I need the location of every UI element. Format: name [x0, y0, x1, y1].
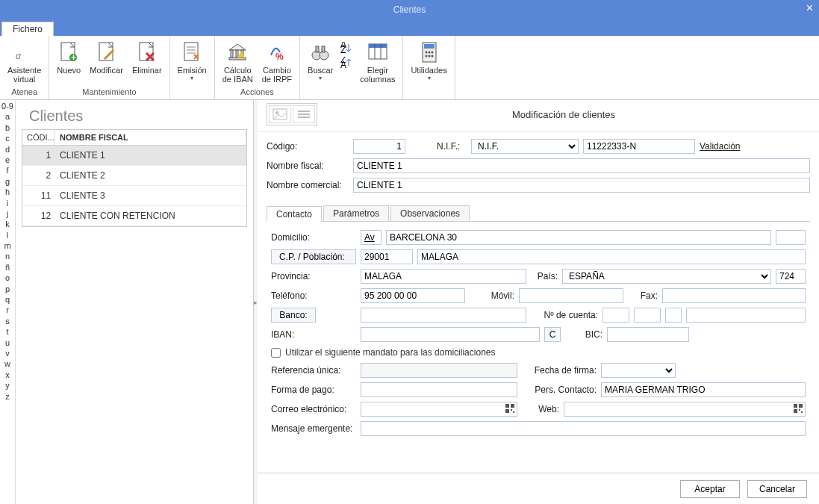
validacion-link[interactable]: Validación	[700, 141, 740, 152]
alpha-r[interactable]: r	[6, 305, 9, 316]
bic-input[interactable]	[607, 327, 689, 342]
alpha-z[interactable]: z	[5, 392, 10, 402]
fax-input[interactable]	[662, 288, 806, 303]
alpha-t[interactable]: t	[7, 327, 9, 337]
close-icon[interactable]: ×	[806, 1, 813, 15]
tab-fichero[interactable]: Fichero	[1, 22, 54, 36]
fecha-firma-select[interactable]	[601, 363, 676, 378]
banco-button[interactable]: Banco:	[271, 308, 316, 323]
tab-observaciones[interactable]: Observaciones	[390, 205, 470, 221]
pais-code-input[interactable]	[776, 269, 806, 284]
tab-contacto[interactable]: Contacto	[267, 206, 322, 222]
pers-contacto-input[interactable]	[601, 382, 806, 397]
nuevo-button[interactable]: + Nuevo	[52, 39, 85, 76]
svg-rect-54	[801, 411, 803, 413]
nif-input[interactable]	[583, 139, 695, 154]
cambio-irpf-button[interactable]: % Cambio de IRPF	[258, 39, 296, 85]
alpha-o[interactable]: o	[5, 273, 10, 284]
view-mode-toggle[interactable]	[267, 103, 317, 125]
alpha-q[interactable]: q	[5, 295, 10, 305]
svg-rect-52	[794, 409, 797, 413]
nombre-fiscal-input[interactable]	[353, 158, 810, 173]
table-row[interactable]: 11CLIENTE 3	[22, 186, 246, 206]
alpha-w[interactable]: w	[4, 359, 10, 370]
alpha-ñ[interactable]: ñ	[5, 263, 10, 273]
bank-icon	[225, 40, 249, 64]
alpha-0-9[interactable]: 0-9	[1, 102, 13, 112]
alpha-c[interactable]: c	[5, 134, 10, 144]
cuenta-1-input[interactable]	[602, 308, 629, 323]
domicilio-num-input[interactable]	[776, 230, 806, 245]
alpha-x[interactable]: x	[5, 370, 10, 381]
assistant-button[interactable]: α Asistente virtual	[3, 39, 46, 85]
buscar-button[interactable]: Buscar ▾	[303, 39, 337, 83]
eliminar-button[interactable]: Eliminar	[128, 39, 166, 76]
alpha-g[interactable]: g	[5, 177, 10, 187]
alpha-f[interactable]: f	[7, 166, 9, 176]
qr-icon[interactable]	[505, 404, 514, 413]
alpha-j[interactable]: j	[7, 209, 8, 220]
correo-input[interactable]	[361, 402, 517, 417]
tab-parametros[interactable]: Parámetros	[323, 205, 389, 221]
poblacion-input[interactable]	[417, 249, 806, 264]
svg-marker-13	[229, 44, 246, 50]
alpha-h[interactable]: h	[5, 187, 10, 198]
alpha-a[interactable]: a	[5, 112, 10, 122]
pais-select[interactable]: ESPAÑA	[562, 269, 771, 284]
cuenta-3-input[interactable]	[665, 308, 682, 323]
nif-type-select[interactable]: N.I.F.	[471, 139, 579, 154]
cp-input[interactable]	[361, 249, 413, 264]
cuenta-2-input[interactable]	[634, 308, 661, 323]
aceptar-button[interactable]: Aceptar	[680, 480, 740, 498]
table-row[interactable]: 1CLIENTE 1	[22, 146, 246, 166]
alpha-y[interactable]: y	[5, 381, 10, 391]
new-doc-icon: +	[57, 40, 81, 64]
alpha-b[interactable]: b	[5, 123, 10, 134]
sort-asc-button[interactable]: AZ	[339, 40, 354, 55]
telefono-input[interactable]	[361, 288, 465, 303]
cuenta-4-input[interactable]	[686, 308, 806, 323]
iban-input[interactable]	[361, 327, 540, 342]
nombre-comercial-input[interactable]	[353, 178, 810, 193]
provincia-input[interactable]	[361, 269, 526, 284]
alpha-s[interactable]: s	[5, 317, 10, 327]
web-input[interactable]	[564, 402, 806, 417]
alpha-k[interactable]: k	[5, 220, 10, 230]
emision-button[interactable]: Emisión ▾	[173, 39, 211, 83]
banco-input[interactable]	[361, 308, 526, 323]
qr-icon[interactable]	[794, 404, 803, 413]
cp-poblacion-button[interactable]: C.P. / Población:	[271, 249, 356, 264]
utilidades-button[interactable]: Utilidades ▾	[406, 39, 451, 83]
mensaje-input[interactable]	[361, 421, 806, 436]
domicilio-tipo-input[interactable]	[361, 230, 382, 245]
alpha-m[interactable]: m	[4, 241, 10, 252]
modificar-button[interactable]: Modificar	[85, 39, 128, 76]
cancelar-button[interactable]: Cancelar	[747, 480, 807, 498]
forma-pago-input[interactable]	[361, 382, 517, 397]
sort-desc-button[interactable]: ZA	[339, 55, 354, 70]
svg-text:%: %	[275, 52, 284, 62]
alpha-d[interactable]: d	[5, 145, 10, 155]
cell-codigo: 1	[22, 146, 55, 165]
label-provincia: Provincia:	[271, 271, 356, 281]
label-fax: Fax:	[628, 290, 658, 301]
mandato-checkbox[interactable]	[271, 348, 281, 358]
alpha-i[interactable]: i	[7, 199, 8, 209]
iban-calc-button[interactable]: C	[544, 327, 561, 342]
table-row[interactable]: 2CLIENTE 2	[22, 166, 246, 186]
codigo-input[interactable]	[353, 139, 405, 154]
col-nombre[interactable]: NOMBRE FISCAL	[55, 130, 246, 145]
alpha-l[interactable]: l	[7, 231, 8, 241]
alpha-n[interactable]: n	[5, 252, 10, 262]
alpha-v[interactable]: v	[5, 349, 10, 359]
movil-input[interactable]	[519, 288, 623, 303]
detail-subtabs: Contacto Parámetros Observaciones	[267, 205, 810, 222]
alpha-p[interactable]: p	[5, 284, 10, 295]
domicilio-input[interactable]	[386, 230, 771, 245]
table-row[interactable]: 12CLIENTE CON RETENCION	[22, 206, 246, 226]
calculo-iban-button[interactable]: Cálculo de IBAN	[218, 39, 258, 85]
col-codigo[interactable]: CÓDI...	[22, 130, 55, 145]
alpha-u[interactable]: u	[5, 338, 10, 349]
alpha-e[interactable]: e	[5, 155, 10, 166]
elegir-columnas-button[interactable]: Elegir columnas	[355, 39, 399, 85]
